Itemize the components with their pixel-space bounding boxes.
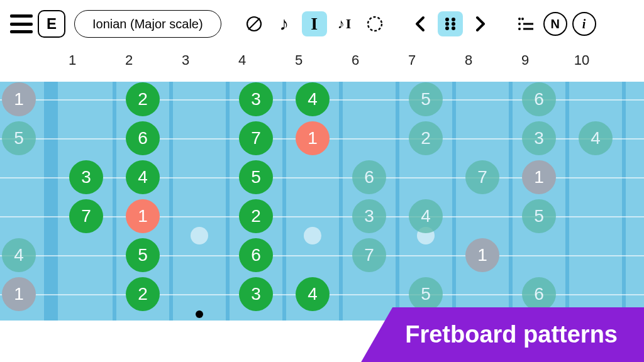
nut [44,82,58,321]
svg-point-4 [452,18,455,21]
fret-wire [565,82,569,321]
note-dot[interactable]: 3 [522,121,556,155]
list-icon[interactable] [513,11,538,36]
interval-mode-button[interactable]: I [302,11,327,36]
note-dot[interactable]: 5 [409,277,443,311]
note-dot[interactable]: 2 [239,199,273,233]
root-key-button[interactable]: E [38,10,65,38]
fret-marker-dot [196,310,203,318]
fret-wire [339,82,343,321]
note-dot[interactable]: 1 [2,277,36,311]
fret-number: 10 [553,52,610,69]
svg-line-1 [248,18,260,30]
svg-point-8 [452,26,455,30]
menu-icon[interactable] [10,14,33,33]
note-dot[interactable]: 5 [239,160,273,194]
svg-point-2 [368,17,382,31]
fret-number: 5 [270,52,327,69]
note-dot[interactable]: 1 [296,121,330,155]
note-dot[interactable]: 1 [126,199,160,233]
note-dot[interactable]: 3 [69,160,103,194]
pattern-grid-icon[interactable] [438,11,463,36]
fret-wire [169,82,173,321]
fretboard[interactable]: 154137264152375263414637524571631564 [0,82,644,321]
note-dot[interactable]: 7 [465,160,499,194]
note-interval-button[interactable]: ♪I [332,11,357,36]
fret-wire [396,82,399,321]
fret-inlay [304,227,321,244]
fret-wire [622,82,626,321]
fret-number: 3 [157,52,214,69]
note-dot[interactable]: 4 [126,160,160,194]
fret-number: 2 [101,52,157,69]
note-dot[interactable]: 3 [352,199,386,233]
note-dot[interactable]: 7 [69,199,103,233]
note-dot[interactable]: 1 [465,238,499,272]
note-dot[interactable]: 2 [126,277,160,311]
fret-wire [452,82,456,321]
note-dot[interactable]: 5 [522,199,556,233]
chevron-left-icon[interactable] [408,11,433,36]
note-dot[interactable]: 5 [126,238,160,272]
banner: Fretboard patterns [361,307,644,362]
svg-point-10 [521,18,524,20]
fret-wire [113,82,116,321]
note-dot[interactable]: 6 [522,277,556,311]
note-dot[interactable]: 3 [239,82,273,116]
note-icon[interactable]: ♪ [272,11,297,36]
fret-wire [509,82,513,321]
note-dot[interactable]: 4 [296,82,330,116]
note-dot[interactable]: 1 [2,82,36,116]
fret-inlay [191,227,208,244]
note-dot[interactable]: 2 [409,121,443,155]
string-line [0,255,644,256]
svg-point-5 [445,22,449,26]
fret-number: 9 [497,52,553,69]
note-dot[interactable]: 2 [126,82,160,116]
dashed-circle-icon[interactable] [362,11,387,36]
note-dot[interactable]: 1 [522,160,556,194]
fret-number: 6 [327,52,384,69]
note-dot[interactable]: 4 [296,277,330,311]
svg-point-3 [445,18,449,21]
note-dot[interactable]: 7 [239,121,273,155]
svg-point-6 [452,22,455,26]
note-dot[interactable]: 6 [522,82,556,116]
note-dot[interactable]: 4 [409,199,443,233]
toolbar: E Ionian (Major scale) ♪ I ♪I N i [0,0,644,48]
note-dot[interactable]: 3 [239,277,273,311]
note-dot[interactable]: 4 [2,238,36,272]
fret-number-row: 12345678910 [0,48,644,73]
note-dot[interactable]: 6 [126,121,160,155]
note-dot[interactable]: 6 [352,160,386,194]
nav-button[interactable]: N [543,12,567,36]
note-dot[interactable]: 5 [409,82,443,116]
note-dot[interactable]: 6 [239,238,273,272]
chevron-right-icon[interactable] [468,11,493,36]
fret-number: 4 [214,52,270,69]
svg-point-7 [445,26,449,30]
fret-number: 7 [384,52,440,69]
scale-selector[interactable]: Ionian (Major scale) [74,10,221,38]
svg-point-11 [518,23,521,25]
fret-wire [226,82,230,321]
svg-point-13 [518,28,521,30]
note-dot[interactable]: 4 [579,121,613,155]
info-button[interactable]: i [572,12,596,36]
note-dot[interactable]: 5 [2,121,36,155]
fret-wire [282,82,286,321]
fret-number: 8 [440,52,497,69]
note-dot[interactable]: 7 [352,238,386,272]
clear-icon[interactable] [242,11,267,36]
svg-point-9 [518,18,521,20]
fret-number: 1 [44,52,101,69]
